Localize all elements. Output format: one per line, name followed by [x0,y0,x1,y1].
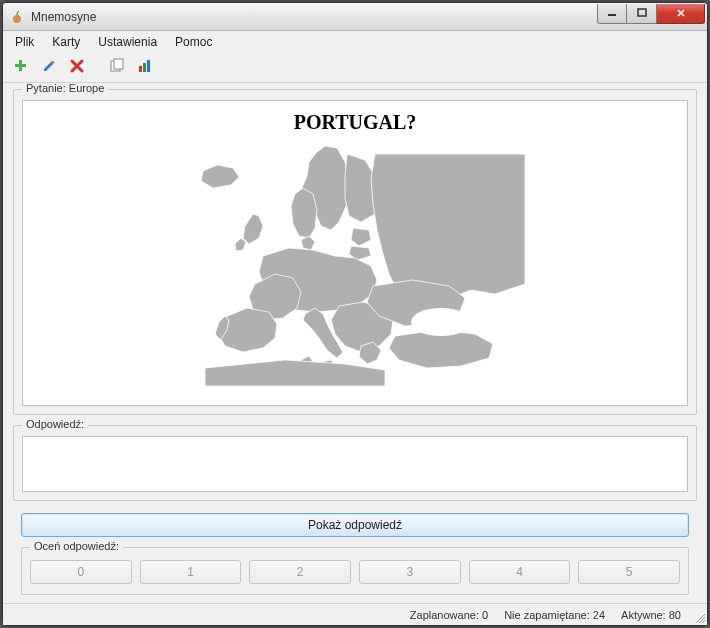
toolbar [3,53,707,83]
europe-map-image [185,136,525,386]
app-window: Mnemosyne Plik Karty Ustawienia Pomoc [2,2,708,626]
question-group: Pytanie: Europe PORTUGAL? [13,89,697,415]
question-title: PORTUGAL? [294,111,417,134]
svg-rect-2 [638,9,646,16]
rate-button-3[interactable]: 3 [359,560,461,584]
menu-file[interactable]: Plik [7,33,42,51]
add-card-icon [13,58,29,77]
delete-card-button[interactable] [65,56,89,80]
svg-rect-9 [143,63,146,72]
menu-settings[interactable]: Ustawienia [90,33,165,51]
svg-rect-8 [139,66,142,72]
titlebar[interactable]: Mnemosyne [3,3,707,31]
browse-cards-button[interactable] [105,56,129,80]
svg-point-11 [411,308,471,336]
resize-grip[interactable] [693,611,705,623]
svg-point-0 [13,15,21,23]
svg-rect-4 [15,64,26,67]
minimize-button[interactable] [597,4,627,24]
svg-rect-10 [147,60,150,72]
statistics-button[interactable] [133,56,157,80]
window-title: Mnemosyne [31,10,96,24]
menu-help[interactable]: Pomoc [167,33,220,51]
rate-button-4[interactable]: 4 [469,560,571,584]
content-area: Pytanie: Europe PORTUGAL? [3,83,707,603]
delete-card-icon [69,58,85,77]
browse-cards-icon [109,58,125,77]
question-panel: PORTUGAL? [22,100,688,406]
menu-cards[interactable]: Karty [44,33,88,51]
app-icon [9,9,25,25]
statusbar: Zaplanowane: 0 Nie zapamiętane: 24 Aktyw… [3,603,707,625]
status-not-memorised: Nie zapamiętane: 24 [498,609,611,621]
status-active: Aktywne: 80 [615,609,687,621]
answer-label: Odpowiedź: [22,418,88,430]
rate-button-1[interactable]: 1 [140,560,242,584]
statistics-icon [137,58,153,77]
rate-button-2[interactable]: 2 [249,560,351,584]
window-controls [597,4,705,24]
rate-button-0[interactable]: 0 [30,560,132,584]
svg-rect-1 [608,14,616,16]
answer-group: Odpowiedź: [13,425,697,501]
answer-panel [22,436,688,492]
edit-card-button[interactable] [37,56,61,80]
rate-label: Oceń odpowiedź: [30,540,123,552]
show-answer-button[interactable]: Pokaż odpowiedź [21,513,689,537]
maximize-button[interactable] [627,4,657,24]
rate-group: Oceń odpowiedź: 0 1 2 3 4 5 [21,547,689,595]
edit-card-icon [41,58,57,77]
status-scheduled: Zaplanowane: 0 [404,609,494,621]
close-button[interactable] [657,4,705,24]
add-card-button[interactable] [9,56,33,80]
svg-rect-7 [114,59,123,69]
rate-button-5[interactable]: 5 [578,560,680,584]
question-label: Pytanie: Europe [22,83,108,94]
menubar: Plik Karty Ustawienia Pomoc [3,31,707,53]
